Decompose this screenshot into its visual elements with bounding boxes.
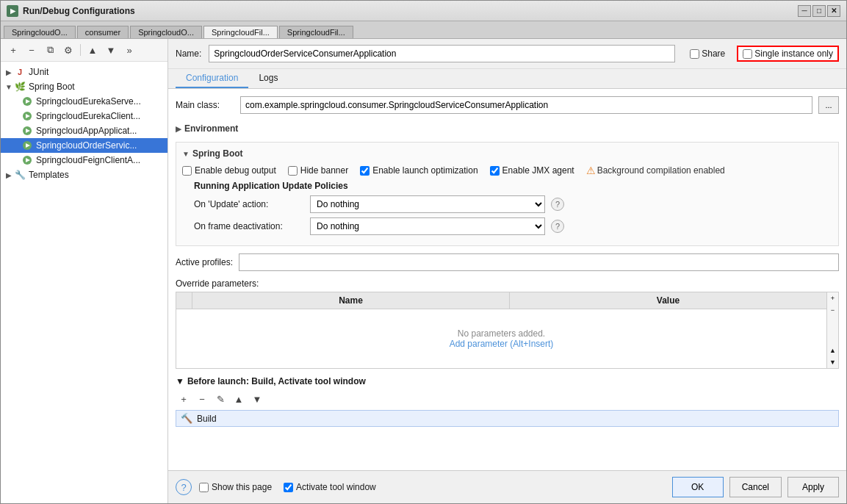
bg-compilation: ⚠ Background compilation enabled bbox=[586, 165, 725, 176]
before-launch-toolbar: + − ✎ ▲ ▼ bbox=[176, 391, 839, 407]
window-controls: ─ □ ✕ bbox=[798, 5, 840, 17]
scroll-remove-button[interactable]: − bbox=[827, 304, 838, 316]
scroll-add-button[interactable]: + bbox=[827, 292, 838, 304]
before-edit-button[interactable]: ✎ bbox=[212, 391, 228, 407]
tree-label-springboot: Spring Boot bbox=[29, 82, 75, 92]
tree-item-app-applica[interactable]: SpringcloudAppApplicat... bbox=[1, 123, 167, 138]
hide-banner-label: Hide banner bbox=[300, 165, 348, 176]
maximize-button[interactable]: □ bbox=[812, 5, 826, 17]
settings-button[interactable]: ⚙ bbox=[60, 42, 76, 58]
before-launch-label: Before launch: Build, Activate tool wind… bbox=[187, 376, 366, 386]
minimize-button[interactable]: ─ bbox=[798, 5, 811, 17]
config-tabs: Configuration Logs bbox=[168, 69, 846, 89]
before-down-button[interactable]: ▼ bbox=[249, 391, 265, 407]
environment-label: Environment bbox=[184, 123, 238, 134]
expand-templates[interactable]: ▶ bbox=[4, 171, 14, 179]
name-label: Name: bbox=[176, 48, 201, 59]
tab-logs[interactable]: Logs bbox=[248, 69, 288, 88]
before-launch-arrow-icon: ▼ bbox=[176, 376, 184, 386]
tree-label-eureka-client: SpringcloudEurekaClient... bbox=[36, 111, 140, 121]
share-checkbox[interactable] bbox=[690, 49, 699, 59]
springboot-label: Spring Boot bbox=[192, 148, 243, 159]
before-launch-header[interactable]: ▼ Before launch: Build, Activate tool wi… bbox=[176, 376, 839, 386]
frame-deactivation-help-icon[interactable]: ? bbox=[551, 220, 564, 233]
frame-deactivation-label: On frame deactivation: bbox=[194, 221, 304, 231]
run-icon-4 bbox=[21, 154, 33, 166]
single-instance-checkbox[interactable] bbox=[743, 49, 752, 59]
run-icon-0 bbox=[21, 96, 33, 107]
junit-icon: J bbox=[14, 66, 26, 78]
left-toolbar: + − ⧉ ⚙ ▲ ▼ » bbox=[1, 39, 167, 62]
debug-output-checkbox[interactable] bbox=[182, 166, 192, 176]
build-icon: 🔨 bbox=[181, 413, 192, 424]
before-add-button[interactable]: + bbox=[176, 391, 192, 407]
before-remove-button[interactable]: − bbox=[194, 391, 210, 407]
expand-springboot[interactable]: ▼ bbox=[4, 83, 14, 91]
show-page-checkbox[interactable] bbox=[199, 483, 209, 492]
tree-item-feign-client[interactable]: SpringcloudFeignClientA... bbox=[1, 153, 167, 168]
remove-config-button[interactable]: − bbox=[24, 42, 40, 58]
springboot-arrow-icon: ▼ bbox=[182, 150, 190, 158]
wrench-icon: 🔧 bbox=[14, 169, 26, 181]
show-page-label: Show this page bbox=[212, 482, 272, 492]
hide-banner-checkbox[interactable] bbox=[288, 166, 298, 176]
launch-opt-check: Enable launch optimization bbox=[360, 165, 477, 176]
tab-configuration[interactable]: Configuration bbox=[176, 69, 248, 88]
tree-item-springboot[interactable]: ▼ 🌿 Spring Boot bbox=[1, 79, 167, 94]
update-policies-title: Running Application Update Policies bbox=[194, 181, 832, 191]
params-table-container: Name Value No parameters added. Add para… bbox=[176, 292, 839, 369]
launch-opt-label: Enable launch optimization bbox=[372, 165, 477, 176]
top-tab-3[interactable]: SpringcloudFil... bbox=[203, 26, 278, 38]
warning-icon: ⚠ bbox=[586, 165, 596, 176]
ok-button[interactable]: OK bbox=[672, 477, 724, 497]
update-action-label: On 'Update' action: bbox=[194, 199, 304, 209]
tree-label-eureka-serve: SpringcloudEurekaServe... bbox=[36, 96, 141, 107]
springboot-checkboxes: Enable debug output Hide banner Enable l… bbox=[182, 165, 832, 176]
main-class-row: Main class: ... bbox=[176, 96, 839, 114]
right-panel: Name: Share Single instance only Configu… bbox=[168, 39, 846, 503]
copy-config-button[interactable]: ⧉ bbox=[42, 42, 58, 58]
frame-deactivation-select[interactable]: Do nothing Update classes and resources … bbox=[310, 217, 545, 235]
tree-item-eureka-client[interactable]: SpringcloudEurekaClient... bbox=[1, 109, 167, 123]
app-icon: ▶ bbox=[7, 5, 18, 17]
add-parameter-link[interactable]: Add parameter (Alt+Insert) bbox=[450, 339, 554, 349]
top-tab-2[interactable]: SpringcloudO... bbox=[130, 26, 202, 38]
move-up-button[interactable]: ▲ bbox=[84, 42, 101, 58]
tree-item-templates[interactable]: ▶ 🔧 Templates bbox=[1, 168, 167, 182]
expand-junit[interactable]: ▶ bbox=[4, 68, 14, 76]
before-up-button[interactable]: ▲ bbox=[231, 391, 247, 407]
active-profiles-input[interactable] bbox=[239, 253, 839, 271]
close-button[interactable]: ✕ bbox=[827, 5, 840, 17]
name-input[interactable] bbox=[209, 45, 675, 62]
run-icon-2 bbox=[21, 125, 33, 137]
main-class-browse-button[interactable]: ... bbox=[818, 96, 839, 114]
tree-label-feign-client: SpringcloudFeignClientA... bbox=[36, 155, 140, 165]
tree-label-app-applica: SpringcloudAppApplicat... bbox=[36, 126, 137, 136]
cancel-button[interactable]: Cancel bbox=[729, 477, 782, 497]
move-down-button[interactable]: ▼ bbox=[103, 42, 119, 58]
more-button[interactable]: » bbox=[121, 42, 137, 58]
update-action-select[interactable]: Do nothing Update classes and resources … bbox=[310, 195, 545, 213]
override-params-label: Override parameters: bbox=[176, 278, 839, 289]
tree-item-junit[interactable]: ▶ J JUnit bbox=[1, 65, 167, 79]
top-tab-1[interactable]: consumer bbox=[77, 26, 129, 38]
main-class-input[interactable] bbox=[240, 96, 812, 114]
scroll-down-button[interactable]: ▼ bbox=[827, 356, 838, 368]
top-tab-4[interactable]: SpringcloudFil... bbox=[279, 26, 353, 38]
environment-header[interactable]: ▶ Environment bbox=[176, 121, 839, 136]
help-button[interactable]: ? bbox=[176, 479, 192, 495]
update-action-help-icon[interactable]: ? bbox=[551, 198, 564, 211]
override-params-section: Override parameters: Name Value No param… bbox=[176, 278, 839, 369]
top-tab-0[interactable]: SpringcloudO... bbox=[4, 26, 76, 38]
launch-opt-checkbox[interactable] bbox=[360, 166, 370, 176]
tree-item-eureka-serve[interactable]: SpringcloudEurekaServe... bbox=[1, 94, 167, 109]
scroll-up-button[interactable]: ▲ bbox=[827, 345, 838, 356]
before-build-label: Build bbox=[197, 414, 217, 424]
params-body: No parameters added. Add parameter (Alt+… bbox=[176, 309, 826, 368]
apply-button[interactable]: Apply bbox=[787, 477, 839, 497]
tree-item-order-service[interactable]: SpringcloudOrderServic... bbox=[1, 138, 167, 153]
springboot-header[interactable]: ▼ Spring Boot bbox=[182, 148, 832, 159]
jmx-checkbox[interactable] bbox=[490, 166, 500, 176]
add-config-button[interactable]: + bbox=[5, 42, 21, 58]
activate-checkbox[interactable] bbox=[284, 483, 293, 492]
